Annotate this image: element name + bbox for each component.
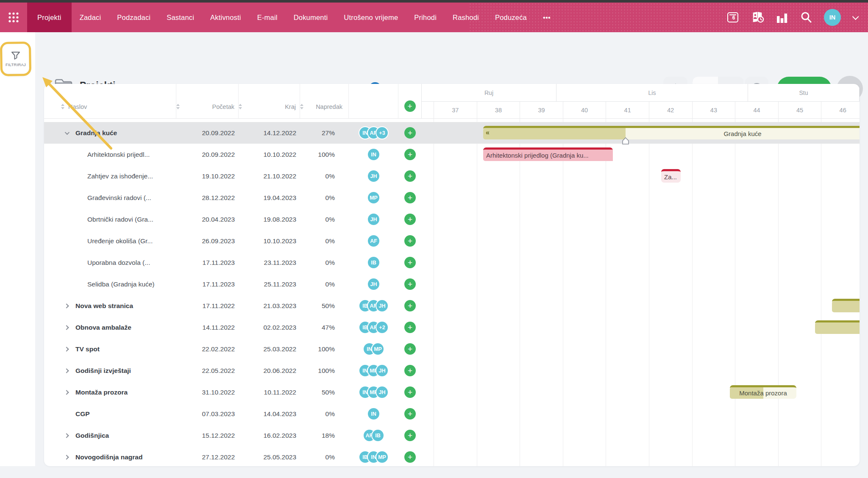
table-row[interactable]: Novogodišnja nagrad 27.12.2022 25.05.202…: [44, 446, 860, 466]
row-progress: 27%: [300, 129, 349, 137]
column-header-napredak[interactable]: Napredak: [300, 84, 349, 118]
table-row[interactable]: Montaža prozora 31.10.2022 10.11.2022 50…: [44, 381, 860, 403]
row-start-date: 20.04.2023: [176, 216, 239, 223]
assignee-avatar[interactable]: IN: [367, 148, 380, 161]
gantt-bar[interactable]: [815, 320, 860, 334]
table-row[interactable]: Obrtnički radovi (Gra... 20.04.2023 19.0…: [44, 208, 860, 230]
assignee-avatar[interactable]: MP: [367, 191, 380, 204]
table-row[interactable]: Obnova ambalaže 14.11.2022 02.02.2023 47…: [44, 317, 860, 338]
row-add-button[interactable]: +: [404, 365, 416, 376]
column-header-kraj[interactable]: Kraj: [239, 84, 300, 118]
row-add-button[interactable]: +: [404, 192, 416, 203]
table-row[interactable]: Uređenje okoliša (Gr... 26.09.2023 10.10…: [44, 230, 860, 252]
filter-button[interactable]: FILTRIRAJ: [3, 44, 29, 74]
row-add-cell: +: [398, 127, 422, 139]
nav-item-sastanci[interactable]: Sastanci: [159, 3, 202, 32]
row-add-button[interactable]: +: [404, 257, 416, 268]
assignee-avatar[interactable]: IB: [367, 256, 380, 269]
sort-icon[interactable]: [300, 104, 303, 109]
table-row[interactable]: Selidba (Gradnja kuće) 17.11.2023 25.11.…: [44, 273, 860, 295]
table-row[interactable]: Uporabna dozvola (... 17.11.2023 23.11.2…: [44, 252, 860, 273]
gantt-bar[interactable]: [832, 299, 860, 312]
app-grid-button[interactable]: [0, 3, 27, 32]
assignee-avatar[interactable]: IN: [367, 407, 380, 420]
user-menu-caret-icon[interactable]: [852, 13, 859, 20]
row-add-button[interactable]: +: [404, 451, 416, 463]
gantt-bar-label: Arhitektonski prijedlog (Gradnja ku...: [483, 150, 613, 161]
nav-item-dokumenti[interactable]: Dokumenti: [286, 3, 336, 32]
row-add-button[interactable]: +: [404, 214, 416, 225]
table-row[interactable]: CGP 07.03.2023 14.04.2023 0% IN +: [44, 403, 860, 425]
row-add-button[interactable]: +: [404, 430, 416, 441]
assignee-avatar[interactable]: JH: [376, 299, 389, 312]
row-expand-chevron-icon[interactable]: [62, 326, 71, 329]
nav-item-e-mail[interactable]: E-mail: [249, 3, 286, 32]
nav-item-rashodi[interactable]: Rashodi: [445, 3, 487, 32]
assignee-avatar[interactable]: JH: [367, 213, 380, 226]
nav-item-more[interactable]: •••: [535, 3, 559, 32]
table-row[interactable]: Građevinski radovi (... 28.12.2022 19.04…: [44, 187, 860, 208]
sort-icon[interactable]: [176, 104, 180, 109]
gantt-bar[interactable]: Arhitektonski prijedlog (Gradnja ku...: [483, 147, 613, 161]
gantt-bar[interactable]: Montaža prozora: [730, 385, 796, 399]
gantt-bar[interactable]: «Gradnja kuće: [483, 126, 860, 139]
table-row[interactable]: Nova web stranica 17.11.2022 21.03.2023 …: [44, 295, 860, 317]
assignee-avatar[interactable]: MP: [371, 342, 384, 356]
calendar-button[interactable]: 6: [727, 11, 740, 24]
row-expand-chevron-icon[interactable]: [62, 369, 71, 372]
assignee-avatar[interactable]: +3: [376, 126, 389, 139]
timesheet-button[interactable]: [751, 11, 764, 24]
assignee-avatar[interactable]: JH: [376, 386, 389, 399]
assignee-avatar[interactable]: JH: [376, 364, 389, 377]
user-avatar[interactable]: IN: [824, 9, 841, 26]
row-add-button[interactable]: +: [404, 343, 416, 355]
row-add-button[interactable]: +: [404, 235, 416, 247]
table-row[interactable]: TV spot 22.02.2022 25.03.2022 100% INMP …: [44, 338, 860, 360]
row-add-button[interactable]: +: [404, 278, 416, 290]
row-title-cell: Građevinski radovi (...: [44, 194, 176, 202]
row-add-button[interactable]: +: [404, 408, 416, 420]
gantt-months-row: RujLisStu: [422, 84, 860, 102]
table-row[interactable]: Godišnji izvještaji 22.05.2022 20.06.202…: [44, 360, 860, 381]
sort-icon[interactable]: [61, 104, 64, 109]
progress-handle-icon[interactable]: [622, 137, 629, 145]
nav-item-projekti[interactable]: Projekti: [27, 3, 72, 32]
search-button[interactable]: [800, 11, 812, 24]
add-record-header-button[interactable]: +: [404, 100, 416, 112]
assignee-avatar[interactable]: MP: [376, 450, 389, 464]
row-add-button[interactable]: +: [404, 300, 416, 311]
row-add-button[interactable]: +: [404, 127, 416, 139]
assignee-avatar[interactable]: JH: [367, 278, 380, 291]
nav-item-zadaci[interactable]: Zadaci: [72, 3, 109, 32]
row-end-date: 14.04.2023: [239, 410, 300, 418]
row-add-button[interactable]: +: [404, 386, 416, 398]
nav-item-podzadaci[interactable]: Podzadaci: [109, 3, 159, 32]
reports-button[interactable]: [776, 11, 788, 24]
row-add-button[interactable]: +: [404, 322, 416, 333]
row-add-button[interactable]: +: [404, 149, 416, 160]
table-row[interactable]: Arhitektonski prijedl... 20.09.2022 10.1…: [44, 144, 860, 165]
column-header-pocetak[interactable]: Početak: [176, 84, 239, 118]
assignee-avatar[interactable]: IB: [371, 429, 384, 442]
column-header-naslov[interactable]: Naslov: [44, 84, 176, 118]
row-expand-chevron-icon[interactable]: [62, 456, 71, 459]
nav-item-utroseno-vrijeme[interactable]: Utrošeno vrijeme: [336, 3, 406, 32]
table-row[interactable]: Gradnja kuće 20.09.2022 14.12.2022 27% I…: [44, 122, 860, 144]
assignee-avatar[interactable]: +2: [376, 321, 389, 334]
assignee-avatar[interactable]: AF: [367, 234, 380, 247]
assignee-avatar[interactable]: JH: [367, 170, 380, 183]
nav-item-prihodi[interactable]: Prihodi: [406, 3, 445, 32]
nav-item-aktivnosti[interactable]: Aktivnosti: [202, 3, 249, 32]
row-expand-chevron-icon[interactable]: [62, 391, 71, 394]
nav-item-poduzeca[interactable]: Poduzeća: [487, 3, 535, 32]
row-expand-chevron-icon[interactable]: [62, 131, 71, 135]
row-expand-chevron-icon[interactable]: [62, 434, 71, 437]
gantt-bar[interactable]: Za...: [661, 169, 681, 183]
row-expand-chevron-icon[interactable]: [62, 304, 71, 308]
row-add-button[interactable]: +: [404, 170, 416, 182]
table-row[interactable]: Godišnjica 15.12.2022 16.02.2023 18% ARI…: [44, 425, 860, 446]
row-expand-chevron-icon[interactable]: [62, 347, 71, 351]
table-row[interactable]: Zahtjev za ishođenje... 19.10.2022 21.10…: [44, 165, 860, 187]
sort-icon[interactable]: [239, 104, 242, 109]
row-add-cell: +: [398, 451, 422, 463]
